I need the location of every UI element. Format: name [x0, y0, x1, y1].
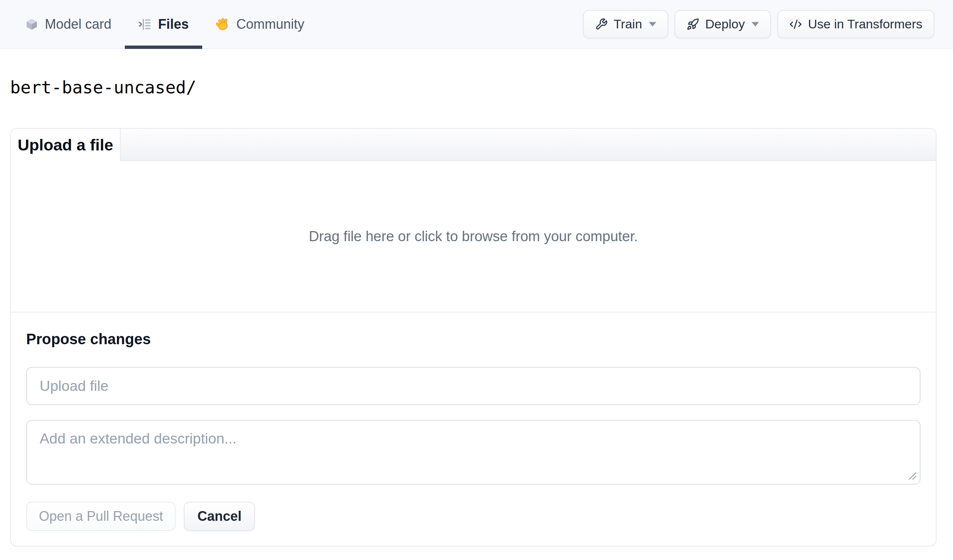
rocket-icon — [686, 18, 699, 31]
wrench-icon — [595, 18, 608, 31]
file-dropzone[interactable]: Drag file here or click to browse from y… — [11, 161, 936, 312]
description-field-wrap — [26, 420, 920, 484]
propose-changes-heading: Propose changes — [26, 330, 920, 348]
deploy-button[interactable]: Deploy — [675, 10, 771, 39]
propose-actions: Open a Pull Request Cancel — [26, 502, 920, 531]
upload-card-tabbar: Upload a file — [11, 129, 936, 161]
cancel-button[interactable]: Cancel — [184, 502, 255, 531]
tab-files[interactable]: Files — [125, 0, 202, 48]
repo-path: bert-base-uncased/ — [10, 76, 953, 99]
wave-icon — [216, 17, 230, 31]
deploy-button-label: Deploy — [705, 17, 745, 31]
tab-upload-a-file[interactable]: Upload a file — [11, 129, 121, 161]
train-button[interactable]: Train — [583, 10, 668, 39]
files-icon — [138, 17, 152, 31]
propose-changes-section: Propose changes Open a Pull Request Canc… — [11, 312, 936, 546]
tab-upload-a-file-label: Upload a file — [17, 136, 113, 154]
tab-community[interactable]: Community — [202, 0, 318, 48]
tab-model-card[interactable]: Model card — [12, 0, 125, 48]
train-button-label: Train — [614, 17, 642, 31]
tab-model-card-label: Model card — [45, 16, 111, 32]
caret-down-icon — [649, 22, 656, 26]
cube-icon — [25, 17, 39, 31]
files-upload-page: bert-base-uncased/ Upload a file Drag fi… — [0, 76, 953, 546]
repo-actions: Train Deploy Use in Transformers — [583, 0, 934, 48]
code-icon — [789, 18, 802, 31]
upload-filename-input[interactable] — [26, 367, 920, 405]
dropzone-hint: Drag file here or click to browse from y… — [309, 229, 638, 244]
caret-down-icon — [751, 22, 759, 26]
repo-tabs: Model card Files Community — [12, 0, 318, 48]
repo-navbar: Model card Files Community — [0, 0, 953, 49]
upload-card: Upload a file Drag file here or click to… — [10, 128, 937, 546]
tab-community-label: Community — [236, 16, 304, 32]
use-in-transformers-button[interactable]: Use in Transformers — [778, 10, 934, 39]
extended-description-textarea[interactable] — [26, 420, 920, 484]
open-pull-request-button[interactable]: Open a Pull Request — [26, 502, 175, 531]
tab-files-label: Files — [158, 16, 189, 32]
use-in-transformers-label: Use in Transformers — [808, 17, 922, 31]
